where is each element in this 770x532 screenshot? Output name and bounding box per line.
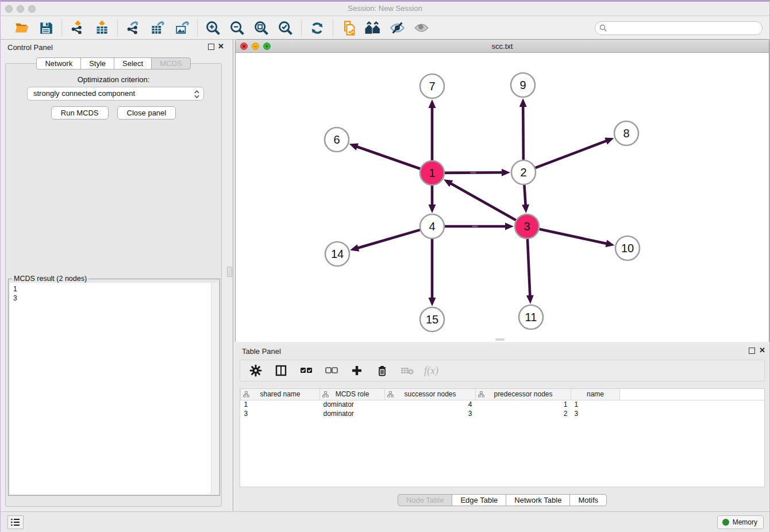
tab-motifs[interactable]: Motifs bbox=[569, 494, 607, 506]
run-mcds-button[interactable]: Run MCDS bbox=[51, 106, 109, 119]
import-table-button[interactable] bbox=[92, 19, 111, 37]
delete-column-button[interactable] bbox=[374, 362, 391, 379]
add-column-button[interactable] bbox=[348, 362, 365, 379]
export-image-button[interactable] bbox=[172, 19, 191, 37]
edge-label-mark bbox=[470, 172, 476, 173]
network-view-title: scc.txt bbox=[236, 42, 769, 51]
task-history-button[interactable] bbox=[7, 515, 24, 529]
hide-selected-button[interactable] bbox=[387, 19, 407, 37]
graph-edge-2-9[interactable] bbox=[523, 105, 523, 160]
graph-edge-3-1[interactable] bbox=[449, 183, 515, 220]
export-network-button[interactable] bbox=[124, 19, 143, 37]
close-panel-icon[interactable]: ✕ bbox=[218, 42, 224, 51]
search-input[interactable] bbox=[595, 21, 763, 35]
network-window-titlebar[interactable]: ✕ − + scc.txt bbox=[236, 40, 769, 53]
open-file-button[interactable] bbox=[12, 19, 32, 37]
select-all-icon bbox=[299, 364, 313, 377]
network-canvas[interactable]: 7968124314101511 bbox=[236, 53, 769, 342]
import-network-button[interactable] bbox=[68, 19, 87, 37]
table-row[interactable]: 1 dominator 4 1 1 bbox=[241, 400, 765, 409]
show-all-icon bbox=[413, 20, 430, 36]
table-row[interactable]: 3 dominator 3 2 3 bbox=[241, 409, 765, 418]
tab-mcds[interactable]: MCDS bbox=[151, 57, 190, 70]
delete-table-button[interactable] bbox=[399, 362, 416, 379]
mcds-panel: Optimization criterion: strongly connect… bbox=[5, 63, 222, 507]
graph-node-label: 11 bbox=[525, 311, 537, 323]
tab-network-table[interactable]: Network Table bbox=[506, 494, 570, 506]
column-header-shared-name[interactable]: shared name bbox=[241, 389, 320, 400]
graph-edge-2-3[interactable] bbox=[524, 185, 525, 206]
float-panel-icon[interactable] bbox=[208, 44, 214, 50]
float-table-panel-icon[interactable] bbox=[749, 348, 755, 354]
select-all-button[interactable] bbox=[298, 362, 315, 379]
show-all-button[interactable] bbox=[411, 19, 431, 37]
graph-node-label: 15 bbox=[426, 313, 438, 326]
arrowhead-icon bbox=[502, 169, 510, 176]
export-table-button[interactable] bbox=[148, 19, 167, 37]
column-header-name[interactable]: name bbox=[571, 389, 620, 400]
save-session-button[interactable] bbox=[36, 19, 56, 37]
tab-select[interactable]: Select bbox=[114, 57, 152, 70]
table-toolbar: f(x) bbox=[240, 360, 765, 381]
mcds-result-title: MCDS result (2 nodes) bbox=[12, 275, 88, 283]
search-field bbox=[595, 21, 763, 35]
tab-style[interactable]: Style bbox=[80, 57, 114, 70]
graph-node-label: 8 bbox=[623, 127, 629, 140]
graph-node-label: 14 bbox=[331, 248, 344, 260]
optimization-criterion-select[interactable]: strongly connected component bbox=[27, 87, 204, 101]
graph-edge-1-6[interactable] bbox=[356, 147, 420, 169]
attribute-icon bbox=[322, 391, 329, 398]
arrowhead-icon bbox=[522, 205, 529, 213]
mcds-result-list[interactable]: 1 3 bbox=[10, 283, 218, 494]
save-session-icon bbox=[38, 21, 53, 36]
view-resize-grip[interactable] bbox=[495, 338, 505, 341]
trash-icon bbox=[376, 364, 388, 377]
zoom-in-button[interactable] bbox=[203, 19, 223, 37]
graph-edge-3-11[interactable] bbox=[528, 239, 530, 297]
optimization-criterion-value: strongly connected component bbox=[33, 89, 135, 98]
open-file-icon bbox=[14, 20, 30, 36]
graph-edge-3-10[interactable] bbox=[539, 229, 607, 244]
zoom-out-button[interactable] bbox=[228, 19, 247, 37]
arrowhead-icon bbox=[526, 295, 534, 304]
panel-divider-handle[interactable] bbox=[227, 267, 232, 277]
gear-icon bbox=[249, 364, 262, 377]
table-header-row: shared name MCDS role successor nodes pr… bbox=[241, 389, 765, 400]
result-scrollbar[interactable] bbox=[211, 283, 218, 494]
zoom-fit-icon bbox=[253, 20, 270, 36]
close-table-panel-icon[interactable]: ✕ bbox=[759, 346, 765, 354]
arrowhead-icon bbox=[519, 98, 527, 107]
tab-edge-table[interactable]: Edge Table bbox=[452, 494, 506, 506]
graph-edge-4-14[interactable] bbox=[357, 230, 420, 248]
gear-button[interactable] bbox=[247, 362, 264, 379]
zoom-fit-button[interactable] bbox=[252, 19, 271, 37]
graph-edge-2-8[interactable] bbox=[536, 140, 608, 168]
memory-button[interactable]: Memory bbox=[717, 515, 764, 529]
column-layout-button[interactable] bbox=[272, 362, 290, 379]
tab-network[interactable]: Network bbox=[36, 57, 81, 70]
export-table-icon bbox=[150, 20, 165, 36]
node-table[interactable]: shared name MCDS role successor nodes pr… bbox=[240, 388, 765, 487]
search-icon bbox=[599, 24, 607, 32]
column-header-mcds-role[interactable]: MCDS role bbox=[320, 389, 385, 400]
column-header-successor-nodes[interactable]: successor nodes bbox=[385, 389, 476, 400]
export-image-icon bbox=[174, 20, 190, 36]
first-neighbors-button[interactable] bbox=[363, 19, 383, 37]
deselect-all-button[interactable] bbox=[323, 362, 340, 379]
edge-label-mark bbox=[472, 226, 478, 227]
import-network-icon bbox=[70, 20, 86, 36]
graph-node-label: 10 bbox=[621, 242, 634, 255]
tab-node-table[interactable]: Node Table bbox=[398, 494, 453, 506]
graph-node-label: 6 bbox=[333, 133, 340, 146]
clone-network-button[interactable] bbox=[339, 19, 359, 37]
result-line: 1 bbox=[10, 283, 218, 294]
column-header-predecessor-nodes[interactable]: predecessor nodes bbox=[476, 389, 571, 400]
refresh-button[interactable] bbox=[307, 19, 327, 37]
zoom-selected-button[interactable] bbox=[276, 19, 295, 37]
mcds-result-group: MCDS result (2 nodes) 1 3 bbox=[8, 279, 220, 496]
network-graph[interactable]: 7968124314101511 bbox=[236, 53, 769, 342]
application-window: Session: New Session bbox=[0, 0, 770, 532]
import-table-icon bbox=[94, 20, 110, 36]
close-panel-button[interactable]: Close panel bbox=[117, 106, 176, 119]
function-builder-button[interactable]: f(x) bbox=[424, 365, 438, 377]
